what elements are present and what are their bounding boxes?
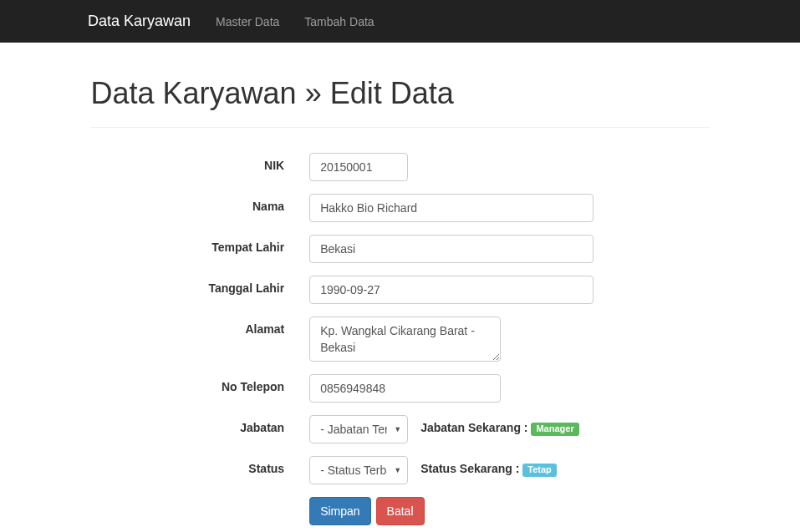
submit-button[interactable]: Simpan [309,497,370,525]
jabatan-badge: Manager [531,423,578,436]
nav-link-tambah-data[interactable]: Tambah Data [292,3,386,41]
input-tanggal-lahir[interactable] [309,276,594,304]
page-header: Data Karyawan » Edit Data [91,76,710,128]
select-status[interactable]: - Status Terbaru - [309,456,408,484]
field-nik: NIK [91,153,710,181]
input-no-telepon[interactable] [309,374,501,403]
input-alamat[interactable]: Kp. Wangkal Cikarang Barat - Bekasi [309,317,501,362]
field-tempat-lahir: Tempat Lahir [91,235,710,263]
field-no-telepon: No Telepon [91,374,710,403]
label-status: Status [91,456,298,475]
label-no-telepon: No Telepon [91,374,298,393]
field-tanggal-lahir: Tanggal Lahir [91,276,710,304]
jabatan-info-label: Jabatan Sekarang : [420,421,527,434]
label-tanggal-lahir: Tanggal Lahir [91,276,298,295]
nav-link-master-data[interactable]: Master Data [203,3,292,41]
cancel-button[interactable]: Batal [376,497,425,525]
status-current-info: Status Sekarang : Tetap [420,456,557,477]
input-nama[interactable] [309,194,594,222]
navbar-brand[interactable]: Data Karyawan [75,0,203,43]
select-jabatan[interactable]: - Jabatan Terbaru - [309,415,408,443]
field-status: Status - Status Terbaru - Status Sekaran… [91,456,710,484]
label-alamat: Alamat [91,317,298,336]
edit-form: NIK Nama Tempat Lahir Tanggal Lahir Alam [91,153,710,525]
jabatan-current-info: Jabatan Sekarang : Manager [420,415,579,436]
navbar: Data Karyawan Master Data Tambah Data [0,0,800,43]
main-container: Data Karyawan » Edit Data NIK Nama Tempa… [79,76,722,525]
status-badge: Tetap [522,464,557,477]
page-title: Data Karyawan » Edit Data [91,76,710,111]
input-nik[interactable] [309,153,408,181]
status-info-label: Status Sekarang : [420,462,519,475]
label-nik: NIK [91,153,298,172]
label-jabatan: Jabatan [91,415,298,434]
field-nama: Nama [91,194,710,222]
label-tempat-lahir: Tempat Lahir [91,235,298,254]
label-nama: Nama [91,194,298,213]
input-tempat-lahir[interactable] [309,235,594,263]
field-jabatan: Jabatan - Jabatan Terbaru - Jabatan Seka… [91,415,710,443]
form-buttons: Simpan Batal [297,497,709,525]
field-alamat: Alamat Kp. Wangkal Cikarang Barat - Beka… [91,317,710,362]
